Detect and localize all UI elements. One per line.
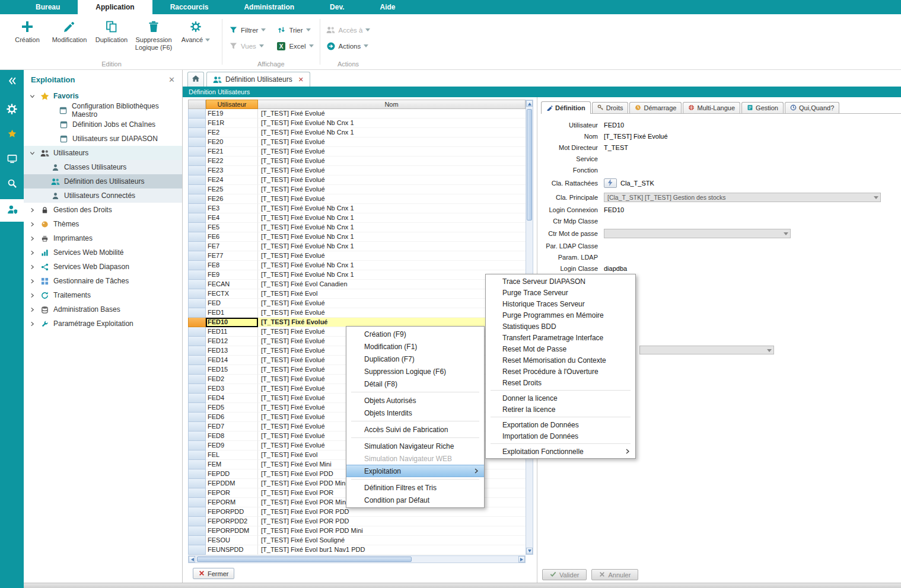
tab-close-icon[interactable]: ✕ — [298, 76, 304, 84]
ribbon-button-excel[interactable]: XExcel — [276, 42, 313, 50]
table-row[interactable]: FE24[T_TEST] Fixé Evolué — [188, 175, 526, 185]
context-menu-item-detail-f8[interactable]: Détail (F8) — [346, 378, 484, 390]
sidebar-item-utilisateurs-connectes[interactable]: Utilisateurs Connectés — [24, 188, 182, 203]
horizontal-scrollbar[interactable] — [188, 555, 526, 563]
context-menu-item-duplication-f7[interactable]: Duplication (F7) — [346, 353, 484, 365]
scroll-up-button[interactable] — [526, 100, 533, 107]
table-row[interactable]: FEPORPDD[T_TEST] Fixé Evol POR PDD — [188, 507, 526, 517]
ribbon-button-duplication[interactable]: Duplication — [91, 16, 132, 52]
home-tab[interactable] — [187, 72, 204, 87]
table-row[interactable]: FEPORPDDM[T_TEST] Fixé Evol POR PDD Mini — [188, 526, 526, 536]
strip-button-favorites[interactable] — [0, 124, 24, 145]
sidebar-item-gestion-des-droits[interactable]: Gestion des Droits — [24, 203, 182, 217]
document-tab[interactable]: Définition Utilisateurs ✕ — [206, 72, 310, 87]
chevron-down-icon[interactable] — [309, 44, 314, 48]
table-row[interactable]: FESOU[T_TEST] Fixé Evol Souligné — [188, 536, 526, 545]
submenu-item-reset-procedure-a-l-ouverture[interactable]: Reset Procédure à l'Ouverture — [486, 366, 635, 377]
sidebar-item-utilisateurs[interactable]: Utilisateurs — [24, 146, 182, 160]
submenu-item-importation-de-donnees[interactable]: Importation de Données — [486, 430, 635, 442]
table-row[interactable]: FE19[T_TEST] Fixé Evolué — [188, 109, 526, 119]
submenu-item-purge-trace-serveur[interactable]: Purge Trace Serveur — [486, 287, 635, 298]
context-menu-item-acces-suivi-de-fabrication[interactable]: Accès Suivi de Fabrication — [346, 423, 484, 436]
submenu-item-exploitation-fonctionnelle[interactable]: Exploitation Fonctionnelle — [486, 446, 635, 457]
sidebar-item-parametrage-exploitation[interactable]: Paramétrage Exploitation — [24, 317, 182, 331]
menu-tab-aide[interactable]: Aide — [362, 0, 413, 14]
detail-tab-demarrage[interactable]: Démarrage — [629, 102, 682, 113]
menu-tab-bureau[interactable]: Bureau — [18, 0, 78, 14]
strip-button-desktop[interactable] — [0, 149, 24, 170]
submenu-item-exportation-de-donnees[interactable]: Exportation de Données — [486, 419, 635, 430]
chevron-right-icon[interactable] — [30, 279, 36, 284]
menu-tab-raccourcis[interactable]: Raccourcis — [152, 0, 227, 14]
table-row[interactable]: FE2[T_TEST] Fixé Evolué Nb Cnx 1 — [188, 128, 526, 138]
detail-tab-qui-quand[interactable]: Qui,Quand? — [785, 102, 839, 113]
submenu-item-purge-programmes-en-memoire[interactable]: Purge Programmes en Mémoire — [486, 309, 635, 321]
table-row[interactable]: FE3[T_TEST] Fixé Evolué Nb Cnx 1 — [188, 204, 526, 213]
submenu-item-donner-la-licence[interactable]: Donner la licence — [486, 392, 635, 404]
ribbon-button-trier[interactable]: Trier — [276, 26, 313, 34]
scrollbar-thumb[interactable] — [197, 557, 412, 562]
chevron-down-icon[interactable] — [30, 151, 36, 156]
menu-tab-dev[interactable]: Dev. — [312, 0, 362, 14]
chevron-right-icon[interactable] — [30, 307, 36, 312]
sidebar-item-services-web-mobilite[interactable]: Services Web Mobilité — [24, 245, 182, 260]
menu-tab-administration[interactable]: Administration — [226, 0, 312, 14]
sidebar-item-classes-utilisateurs[interactable]: Classes Utilisateurs — [24, 160, 182, 174]
sidebar-item-imprimantes[interactable]: Imprimantes — [24, 231, 182, 245]
submenu-item-statistiques-bdd[interactable]: Statistiques BDD — [486, 321, 635, 332]
chevron-down-icon[interactable] — [205, 39, 210, 42]
chevron-down-icon[interactable] — [30, 94, 36, 99]
context-menu-item-exploitation[interactable]: Exploitation — [346, 465, 484, 477]
ribbon-button-modification[interactable]: Modification — [49, 16, 90, 52]
detail-tab-droits[interactable]: Droits — [592, 102, 629, 113]
table-row[interactable]: FE6[T_TEST] Fixé Evolué Nb Cnx 1 — [188, 232, 526, 242]
table-row[interactable]: FED1[T_TEST] Fixé Evolué — [188, 308, 526, 318]
chevron-down-icon[interactable] — [261, 28, 266, 32]
context-menu-item-objets-autorises[interactable]: Objets Autorisés — [346, 394, 484, 407]
ribbon-button-creation[interactable]: Création — [7, 16, 47, 52]
chevron-right-icon[interactable] — [30, 207, 36, 213]
menu-tab-application[interactable]: Application — [78, 0, 152, 14]
sidebar-item-utilisateurs-sur-diapason[interactable]: Utilisateurs sur DIAPASON — [24, 132, 182, 146]
scroll-right-button[interactable] — [518, 556, 525, 563]
strip-button-collapse-sidebar[interactable] — [0, 75, 24, 89]
chevron-right-icon[interactable] — [30, 264, 36, 270]
context-menu-item-suppression-logique-f6[interactable]: Suppression Logique (F6) — [346, 365, 484, 378]
sidebar-item-definition-des-utilisateurs[interactable]: Définition des Utilisateurs — [24, 174, 182, 188]
submenu-item-historique-traces-serveur[interactable]: Historique Traces Serveur — [486, 298, 635, 309]
column-header-utilisateur[interactable]: Utilisateur — [206, 100, 258, 109]
ribbon-button-actions[interactable]: Actions — [326, 42, 371, 50]
table-row[interactable]: FE1R[T_TEST] Fixé Evolué Nb Cnx 1 — [188, 119, 526, 128]
context-menu-item-creation-f9[interactable]: Création (F9) — [346, 328, 484, 340]
table-row[interactable]: FE5[T_TEST] Fixé Evolué Nb Cnx 1 — [188, 223, 526, 232]
chevron-right-icon[interactable] — [30, 222, 36, 227]
sidebar-close-icon[interactable]: ✕ — [168, 75, 175, 84]
sidebar-item-administration-bases[interactable]: Administration Bases — [24, 302, 182, 317]
table-row[interactable]: FEPORPDD2[T_TEST] Fixé Evol POR PDD — [188, 517, 526, 526]
ribbon-button-avance[interactable]: Avancé — [176, 16, 216, 52]
table-row[interactable]: FE9[T_TEST] Fixé Evolué Nb Cnx 1 — [188, 270, 526, 280]
chevron-down-icon[interactable] — [306, 28, 311, 32]
scrollbar-thumb[interactable] — [527, 109, 532, 220]
submenu-item-retirer-la-licence[interactable]: Retirer la licence — [486, 404, 635, 415]
detail-tab-gestion[interactable]: Gestion — [741, 102, 784, 113]
submenu-item-transfert-parametrage-interface[interactable]: Transfert Parametrage Interface — [486, 332, 635, 343]
fermer-button[interactable]: Fermer — [193, 568, 234, 579]
sidebar-item-services-web-diapason[interactable]: Services Web Diapason — [24, 260, 182, 274]
ribbon-button-filtrer[interactable]: Filtrer — [228, 26, 266, 34]
strip-button-users-security[interactable] — [0, 199, 24, 222]
table-row[interactable]: FED[T_TEST] Fixé Evolué — [188, 299, 526, 308]
scroll-down-button[interactable] — [526, 548, 533, 554]
sidebar-item-configuration-bibliotheques-maestro[interactable]: Configuration Bibliothèques Maestro — [24, 103, 182, 117]
context-menu-item-definition-filtres-et-tris[interactable]: Définition Filtres et Tris — [346, 481, 484, 494]
table-row[interactable]: FECAN[T_TEST] Fixé Evol Canadien — [188, 280, 526, 289]
strip-button-search[interactable] — [0, 174, 24, 194]
table-row[interactable]: FE26[T_TEST] Fixé Evolué — [188, 194, 526, 204]
strip-button-settings[interactable] — [0, 100, 24, 120]
chevron-right-icon[interactable] — [30, 293, 36, 298]
table-row[interactable]: FE8[T_TEST] Fixé Evolué Nb Cnx 1 — [188, 261, 526, 270]
chevron-down-icon[interactable] — [364, 44, 368, 48]
context-menu-item-simulation-navigateur-riche[interactable]: Simulation Navigateur Riche — [346, 440, 484, 452]
table-row[interactable]: FE7[T_TEST] Fixé Evolué Nb Cnx 1 — [188, 242, 526, 251]
submenu-item-trace-serveur-diapason[interactable]: Trace Serveur DIAPASON — [486, 276, 635, 287]
